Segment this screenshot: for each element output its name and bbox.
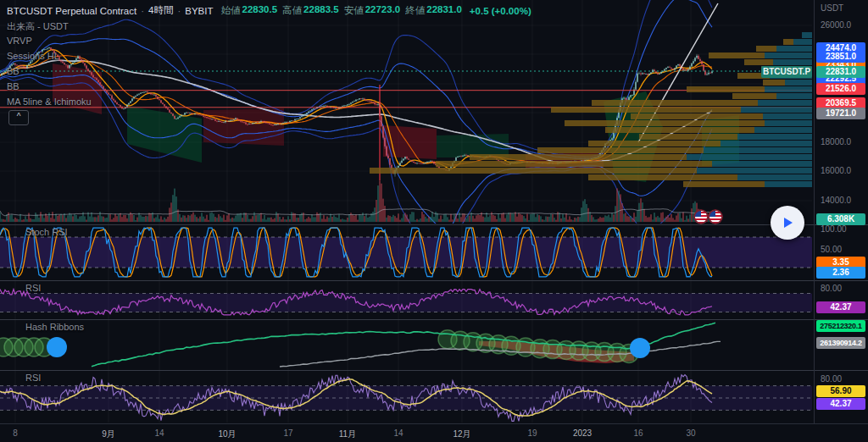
- pane-separator[interactable]: [0, 319, 868, 320]
- collapse-indicators-button[interactable]: ^: [8, 110, 29, 125]
- ohlc-label: 安値: [344, 4, 364, 17]
- pane-separator[interactable]: [0, 280, 868, 281]
- indicator-label-vrvp[interactable]: VRVP: [7, 36, 32, 46]
- us-flag-icon[interactable]: [708, 209, 723, 224]
- ohlc-label: 高値: [282, 4, 302, 17]
- ohlc-value: 22831.0: [426, 4, 462, 17]
- indicator-label-sessions-hl[interactable]: Sessions HL: [7, 51, 59, 61]
- separator-dot: ·: [177, 6, 181, 16]
- time-axis-label[interactable]: 11月: [339, 428, 356, 440]
- ohlc-value: 22830.5: [242, 4, 278, 17]
- axis-value-tag[interactable]: 42.37: [816, 301, 865, 313]
- time-axis[interactable]: 89月1410月1711月1412月1920231630: [0, 423, 868, 442]
- price-axis[interactable]: USDT 26000.018000.016000.014000.0100.005…: [814, 0, 868, 423]
- price-axis-tick: 18000.0: [821, 137, 851, 146]
- time-axis-label[interactable]: 17: [283, 428, 292, 438]
- time-axis-label[interactable]: 30: [686, 428, 695, 438]
- ohlc-readout: 始値22830.5高値22883.5安値22723.0終値22831.0: [218, 4, 462, 17]
- pane-label-rsi[interactable]: RSI: [25, 283, 41, 293]
- pane-label-hash-ribbons[interactable]: Hash Ribbons: [25, 322, 84, 332]
- us-flag-icon[interactable]: [693, 209, 709, 224]
- axis-value-tag[interactable]: 23851.0: [816, 51, 865, 63]
- ohlc-label: 始値: [221, 4, 241, 17]
- time-axis-label[interactable]: 14: [393, 428, 403, 438]
- axis-value-tag[interactable]: 56.90: [816, 385, 865, 397]
- axis-value-tag[interactable]: 21526.0: [816, 83, 865, 95]
- pane-axis-tick: 80.00: [821, 374, 842, 384]
- time-axis-label[interactable]: 9月: [102, 428, 115, 440]
- exchange-name[interactable]: BYBIT: [185, 6, 213, 16]
- axis-value-tag[interactable]: 275212320.1: [816, 320, 865, 332]
- chevron-up-icon: ^: [17, 112, 21, 121]
- ohlc-label: 終値: [405, 4, 425, 17]
- pane-separator[interactable]: [0, 224, 868, 225]
- chart-canvas[interactable]: [0, 0, 814, 423]
- time-axis-label[interactable]: 14: [154, 428, 164, 438]
- time-axis-label[interactable]: 19: [527, 428, 537, 438]
- pane-axis-tick: 100.00: [821, 224, 847, 234]
- chart-header: BTCUSDT Perpetual Contract · 4時間 · BYBIT…: [7, 4, 531, 17]
- indicator-label--usdt[interactable]: 出来高 - USDT: [7, 20, 69, 33]
- axis-currency-label: USDT: [821, 3, 843, 13]
- price-axis-tick: 26000.0: [821, 20, 851, 30]
- time-axis-label[interactable]: 16: [633, 428, 643, 438]
- pane-axis-tick: 50.00: [821, 245, 842, 254]
- change-readout: +0.5 (+0.00%): [470, 6, 531, 16]
- symbol-price-tag: BTCUSDT.P: [761, 66, 812, 78]
- separator-dot: ·: [141, 6, 144, 16]
- ohlc-value: 22723.0: [365, 4, 401, 17]
- axis-value-tag[interactable]: 261390914.2: [816, 337, 865, 349]
- price-axis-tick: 14000.0: [821, 196, 851, 205]
- axis-value-tag[interactable]: 22831.0: [816, 66, 865, 78]
- play-icon: [781, 216, 794, 229]
- play-button[interactable]: [771, 206, 804, 240]
- axis-value-tag[interactable]: 42.37: [816, 398, 865, 410]
- time-axis-label[interactable]: 10月: [218, 428, 236, 440]
- pane-axis-tick: 80.00: [821, 284, 842, 293]
- pane-label-rsi2[interactable]: RSI: [25, 373, 41, 383]
- indicator-label-bb[interactable]: BB: [7, 66, 19, 76]
- axis-value-tag[interactable]: 2.36: [816, 267, 865, 279]
- ohlc-value: 22883.5: [303, 4, 339, 17]
- trading-chart-app: BTCUSDT Perpetual Contract · 4時間 · BYBIT…: [0, 0, 868, 442]
- axis-value-tag[interactable]: 19721.0: [816, 108, 865, 119]
- time-axis-label[interactable]: 12月: [453, 428, 470, 440]
- indicator-label-bb[interactable]: BB: [7, 81, 19, 91]
- pane-label-stoch-rsi[interactable]: Stoch RSI: [25, 227, 68, 237]
- axis-value-tag[interactable]: 6.308K: [816, 213, 865, 225]
- indicator-label-ma-line-ichimoku[interactable]: MA 5line & Ichimoku: [7, 97, 92, 107]
- time-axis-label[interactable]: 8: [13, 428, 18, 438]
- symbol-title[interactable]: BTCUSDT Perpetual Contract: [7, 6, 136, 16]
- interval-selector[interactable]: 4時間: [148, 4, 173, 17]
- time-axis-label[interactable]: 2023: [573, 428, 592, 438]
- pane-separator[interactable]: [0, 370, 868, 371]
- price-axis-tick: 16000.0: [821, 166, 851, 175]
